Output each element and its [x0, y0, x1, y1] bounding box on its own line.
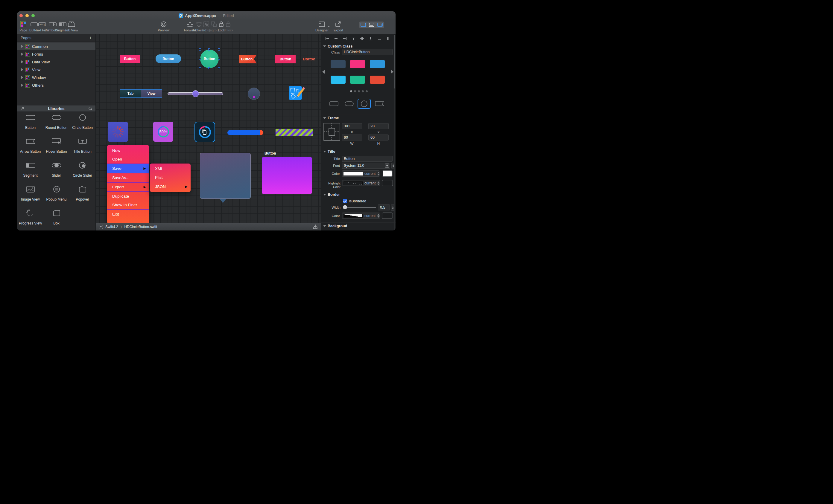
title-color-combo[interactable]: current [342, 170, 380, 177]
canvas-slider-thumb[interactable] [192, 90, 199, 97]
canvas-progress-bar[interactable] [228, 130, 263, 135]
carousel-dot[interactable] [366, 90, 368, 92]
highlight-color-well[interactable] [382, 180, 393, 186]
disclosure-triangle-icon[interactable] [21, 45, 23, 48]
canvas-round-button[interactable]: Button [156, 54, 181, 63]
color-stepper[interactable] [377, 214, 380, 218]
toggle-left-sidebar-button[interactable] [359, 22, 367, 28]
border-width-field[interactable]: 0.5 [378, 204, 390, 210]
download-icon[interactable] [313, 224, 318, 230]
library-item-progress-view[interactable]: Progress View [17, 209, 43, 225]
submenu-item-json[interactable]: JSON▶ [150, 182, 191, 191]
library-item-circle-slider[interactable]: Circle Slider [69, 161, 95, 178]
menu-item-saveas[interactable]: SaveAs... [107, 173, 149, 182]
disclosure-triangle-icon[interactable] [21, 76, 23, 79]
shape-rect-button[interactable] [329, 100, 339, 107]
border-color-well[interactable] [382, 212, 393, 219]
distribute-vertical-icon[interactable] [386, 36, 390, 41]
frame-header[interactable]: Frame [323, 116, 339, 120]
frame-h-field[interactable]: 60 [368, 134, 389, 141]
align-right-icon[interactable] [342, 36, 347, 41]
sidebar-item-window[interactable]: Window [17, 74, 95, 81]
shape-circle-button-selected[interactable] [358, 99, 371, 109]
toggle-right-sidebar-button[interactable] [376, 22, 384, 28]
inspector-scrollbar[interactable] [394, 35, 395, 230]
library-item-button[interactable]: Button [17, 113, 43, 130]
menu-item-exit[interactable]: Exit [107, 210, 149, 219]
carousel-dot[interactable] [350, 90, 352, 92]
submenu-item-plist[interactable]: Plist [150, 173, 191, 182]
sidebar-item-common[interactable]: Common [17, 43, 95, 50]
distribute-horizontal-icon[interactable] [377, 36, 382, 41]
border-width-slider[interactable] [343, 207, 376, 208]
highlight-color-combo[interactable]: current [342, 180, 380, 186]
design-canvas[interactable]: Button Button Button Button Button Butto… [96, 34, 321, 230]
library-item-popup-menu[interactable]: Popup Menu [43, 185, 69, 201]
color-swatch[interactable] [370, 60, 385, 68]
canvas-rect-button-2[interactable]: Button [275, 55, 295, 64]
canvas-striped-progress[interactable] [275, 129, 313, 136]
sidebar-item-others[interactable]: Others [17, 81, 95, 89]
shape-round-button[interactable] [344, 100, 354, 107]
align-top-icon[interactable] [351, 36, 356, 41]
font-dropdown-button[interactable] [385, 163, 389, 168]
toggle-bottom-bar-button[interactable] [367, 22, 376, 28]
expand-icon[interactable] [20, 106, 24, 110]
title-header[interactable]: Title [323, 149, 335, 154]
color-swatch[interactable] [370, 76, 385, 84]
frame-anchor-diagram[interactable] [324, 123, 340, 141]
isbordered-checkbox[interactable] [343, 199, 347, 203]
library-item-hover-button[interactable]: Hover Button [43, 137, 69, 154]
swatch-prev-arrow[interactable] [322, 70, 325, 74]
title-color-well[interactable] [382, 170, 393, 177]
library-item-title-button[interactable]: Title Button [69, 137, 95, 154]
library-item-popover[interactable]: Popover [69, 185, 95, 201]
border-header[interactable]: Border [323, 193, 340, 197]
carousel-dot[interactable] [362, 90, 364, 92]
disclosure-triangle-icon[interactable] [21, 68, 23, 71]
add-page-button[interactable]: + [89, 35, 92, 40]
color-swatch[interactable] [331, 76, 346, 84]
swatch-next-arrow[interactable] [391, 70, 394, 74]
class-field[interactable]: HDCircleButton [342, 49, 392, 55]
frame-x-field[interactable]: 301 [342, 123, 362, 129]
color-swatch[interactable] [350, 76, 365, 84]
menu-item-duplicate[interactable]: Duplicate [107, 192, 149, 201]
jump-bar-icon[interactable] [99, 225, 103, 229]
border-width-thumb[interactable] [343, 205, 347, 209]
library-item-circle-button[interactable]: Circle Button [69, 113, 95, 130]
toolbar-preview-button[interactable]: Preview [153, 20, 174, 32]
border-color-combo[interactable]: current [342, 212, 380, 219]
search-icon[interactable] [88, 106, 92, 110]
submenu-item-xml[interactable]: XML [150, 165, 191, 173]
color-swatch[interactable] [331, 60, 346, 68]
canvas-arrow-button[interactable]: Button [239, 55, 257, 64]
align-left-icon[interactable] [325, 36, 330, 41]
shape-arrow-button[interactable] [375, 100, 384, 107]
color-stepper[interactable] [377, 181, 380, 185]
menu-item-show-in-finer[interactable]: Show In Finer [107, 201, 149, 209]
canvas-progress-ring-tile[interactable]: 50% [153, 122, 173, 142]
frame-y-field[interactable]: 28 [368, 123, 389, 129]
background-header[interactable]: Backgroud [323, 224, 347, 228]
library-item-arrow-button[interactable]: Arrow Button [17, 137, 43, 154]
segment-view[interactable]: View [141, 90, 162, 97]
disclosure-triangle-icon[interactable] [21, 53, 23, 56]
segment-tab[interactable]: Tab [120, 90, 141, 97]
statusbar-language[interactable]: Swift4.2 [105, 225, 118, 229]
sidebar-item-forms[interactable]: Forms [17, 50, 95, 58]
library-item-box[interactable]: Box [43, 209, 69, 225]
canvas-tab-segment[interactable]: Tab View [120, 90, 162, 98]
canvas-spinner-tile[interactable] [108, 122, 128, 142]
library-item-slider[interactable]: Slider [43, 161, 69, 178]
sidebar-item-data-view[interactable]: Data View [17, 58, 95, 66]
title-field[interactable]: Button [342, 156, 392, 162]
canvas-circle-button-selected[interactable]: Button [200, 50, 219, 68]
toolbar-export-button[interactable]: Export [328, 20, 349, 32]
font-field[interactable]: System 11.0 [342, 162, 390, 169]
canvas-rect-button[interactable]: Button [120, 55, 140, 63]
carousel-dot[interactable] [358, 90, 360, 92]
canvas-app-icon[interactable] [288, 85, 305, 101]
library-item-round-button[interactable]: Round Button [43, 113, 69, 130]
sidebar-item-view[interactable]: View [17, 66, 95, 74]
